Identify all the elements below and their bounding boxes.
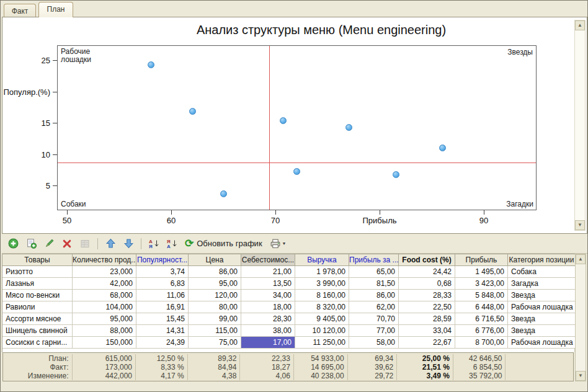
table-cell[interactable]: 115,00	[189, 325, 241, 337]
table-cell[interactable]: 3 423,00	[455, 278, 508, 290]
table-cell[interactable]: 68,000	[73, 290, 136, 301]
table-cell[interactable]: 11,06	[136, 290, 189, 301]
column-header[interactable]: Себестоимос...	[241, 254, 295, 266]
scroll-down-icon[interactable]: ▼	[575, 220, 585, 230]
move-up-button[interactable]	[104, 237, 117, 251]
scroll-up-icon[interactable]: ▲	[575, 20, 585, 30]
table-cell[interactable]: 16,91	[136, 301, 189, 313]
table-cell[interactable]: 8 700,00	[455, 337, 508, 349]
move-down-button[interactable]	[122, 237, 135, 251]
table-cell[interactable]: Звезда	[508, 313, 576, 325]
column-header[interactable]: Количество прод...	[73, 254, 136, 266]
table-cell[interactable]: 15,45	[136, 313, 189, 325]
table-cell[interactable]: 88,000	[73, 325, 136, 337]
column-header[interactable]: Цена	[189, 254, 241, 266]
table-cell[interactable]: Ризотто	[2, 266, 73, 278]
column-header[interactable]: Популярност...	[136, 254, 189, 266]
table-cell[interactable]: 0,68	[399, 278, 455, 290]
scroll-down-icon[interactable]: ▼	[576, 371, 586, 381]
add-copy-button[interactable]	[24, 237, 38, 251]
table-cell[interactable]: 14,31	[136, 325, 189, 337]
table-cell[interactable]: 28,30	[241, 313, 295, 325]
table-cell[interactable]: Рабочая лошадка	[508, 301, 576, 313]
table-cell[interactable]: 42,000	[73, 278, 136, 290]
table-cell[interactable]: 3,74	[136, 266, 189, 278]
chart-scrollbar[interactable]: ▲ ▼	[574, 20, 586, 231]
table-cell[interactable]: 6 716,50	[455, 313, 508, 325]
table-cell[interactable]: 28,33	[399, 290, 455, 301]
table-cell[interactable]: 75,00	[189, 337, 241, 349]
table-cell[interactable]: Ассорти мясное	[2, 313, 73, 325]
table-cell[interactable]: Звезда	[508, 290, 576, 301]
tab-plan[interactable]: План	[38, 2, 73, 17]
table-cell[interactable]: 1 978,00	[295, 266, 349, 278]
column-header[interactable]: Прибыль	[455, 254, 508, 266]
table-cell[interactable]: 18,00	[241, 301, 295, 313]
table-cell[interactable]: 58,00	[349, 337, 399, 349]
scroll-up-icon[interactable]: ▲	[576, 254, 586, 264]
table-cell[interactable]: 80,00	[189, 301, 241, 313]
table-cell[interactable]: 28,59	[399, 313, 455, 325]
column-header[interactable]: Категория позиции	[508, 254, 576, 266]
table-cell[interactable]: Рабочая лошадка	[508, 337, 576, 349]
table-cell[interactable]: Собака	[508, 266, 576, 278]
table-cell[interactable]: 6,83	[136, 278, 189, 290]
table-cell[interactable]: 65,00	[349, 266, 399, 278]
table-cell[interactable]: 23,000	[73, 266, 136, 278]
table-cell[interactable]: 6 448,00	[455, 301, 508, 313]
delete-button[interactable]	[60, 237, 74, 251]
table-cell[interactable]: Равиоли	[2, 301, 73, 313]
table-cell[interactable]: 86,00	[189, 266, 241, 278]
add-button[interactable]	[6, 237, 20, 251]
table-cell[interactable]: Загадка	[508, 278, 576, 290]
refresh-chart-button[interactable]: ⟳ Обновить график	[183, 237, 264, 251]
print-button[interactable]: ▼	[269, 237, 288, 251]
table-cell[interactable]: 11 250,00	[295, 337, 349, 349]
table-cell[interactable]: 1 495,00	[455, 266, 508, 278]
table-cell[interactable]: 34,00	[241, 290, 295, 301]
tab-fact[interactable]: Факт	[4, 4, 36, 17]
table-cell[interactable]: 6 776,00	[455, 325, 508, 337]
table-cell[interactable]: 62,00	[349, 301, 399, 313]
table-cell[interactable]: Мясо по-венски	[2, 290, 73, 301]
table-cell[interactable]: 86,00	[349, 290, 399, 301]
footer-label: Изменение:	[3, 372, 73, 380]
table-cell[interactable]: Звезда	[508, 325, 576, 337]
table-cell[interactable]: 9 405,00	[295, 313, 349, 325]
table-cell[interactable]: 70,70	[349, 313, 399, 325]
table-cell[interactable]: 22,50	[399, 301, 455, 313]
data-point	[439, 145, 446, 151]
table-cell[interactable]: 38,00	[241, 325, 295, 337]
table-cell[interactable]: 150,000	[73, 337, 136, 349]
column-header[interactable]: Выручка	[295, 254, 349, 266]
table-cell[interactable]: 13,50	[241, 278, 295, 290]
table-cell[interactable]: 95,000	[73, 313, 136, 325]
table-cell[interactable]: 99,00	[189, 313, 241, 325]
selected-cell[interactable]: 17,00	[241, 337, 295, 349]
column-header[interactable]: Товары	[2, 254, 73, 266]
table-cell[interactable]: 3 990,00	[295, 278, 349, 290]
sort-descending-button[interactable]: ЯА	[165, 237, 179, 251]
table-cell[interactable]: 95,00	[189, 278, 241, 290]
table-cell[interactable]: 77,00	[349, 325, 399, 337]
column-header[interactable]: Прибыль за ...	[349, 254, 399, 266]
edit-button[interactable]	[42, 237, 56, 251]
table-cell[interactable]: 120,00	[189, 290, 241, 301]
table-cell[interactable]: Лазанья	[2, 278, 73, 290]
table-scrollbar[interactable]: ▲ ▼	[575, 254, 586, 381]
table-cell[interactable]: Шницель свинной	[2, 325, 73, 337]
table-cell[interactable]: 21,00	[241, 266, 295, 278]
table-cell[interactable]: 24,39	[136, 337, 189, 349]
table-cell[interactable]: 81,50	[349, 278, 399, 290]
table-cell[interactable]: 8 320,00	[295, 301, 349, 313]
table-cell[interactable]: 33,04	[399, 325, 455, 337]
table-cell[interactable]: 24,42	[399, 266, 455, 278]
column-header[interactable]: Food cost (%)	[399, 254, 455, 266]
table-cell[interactable]: Сосиски с гарни...	[2, 337, 73, 349]
sort-ascending-button[interactable]: АЯ	[147, 237, 161, 251]
table-cell[interactable]: 8 160,00	[295, 290, 349, 301]
table-cell[interactable]: 5 848,00	[455, 290, 508, 301]
table-cell[interactable]: 22,67	[399, 337, 455, 349]
table-cell[interactable]: 104,000	[73, 301, 136, 313]
table-cell[interactable]: 10 120,00	[295, 325, 349, 337]
